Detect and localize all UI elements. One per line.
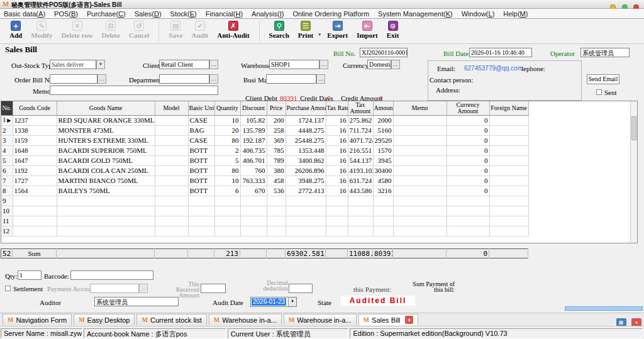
cell-empty[interactable] bbox=[240, 196, 267, 206]
cell-goods-code[interactable]: 1648 bbox=[13, 145, 57, 155]
cell-empty[interactable] bbox=[57, 206, 155, 216]
tab-warehouse-in-a-1[interactable]: M Warehouse in-a... bbox=[209, 314, 282, 325]
cell-empty[interactable] bbox=[57, 196, 155, 206]
cell-empty[interactable] bbox=[373, 216, 393, 226]
out-stock-type-select[interactable]: Sales deliver bbox=[50, 60, 96, 69]
save-button[interactable]: ▤ Save bbox=[169, 21, 182, 39]
menu-item[interactable]: Help(M) bbox=[503, 10, 528, 18]
cell-empty[interactable] bbox=[155, 216, 188, 226]
cell-empty[interactable] bbox=[348, 206, 373, 216]
tab-close-icon[interactable]: x bbox=[405, 316, 413, 324]
cell-purchase-amount[interactable]: 2772.413 bbox=[286, 186, 326, 196]
tab-warehouse-in-a-2[interactable]: M Warehouse in-a... bbox=[284, 314, 357, 325]
cell-model[interactable] bbox=[155, 145, 188, 155]
qty-field[interactable]: 1 bbox=[18, 270, 42, 280]
cell-price[interactable]: 258 bbox=[267, 125, 286, 135]
cell-quantity[interactable]: 80 bbox=[214, 165, 240, 175]
bill-date-field[interactable]: 2026-01-16 10:46:40 bbox=[469, 48, 532, 57]
cell-empty[interactable] bbox=[240, 206, 267, 216]
cell-discount[interactable]: 670 bbox=[240, 186, 267, 196]
cell-empty[interactable] bbox=[447, 226, 489, 236]
table-row[interactable]: 8 1564 BAILEYS 750ML BOTT 6 670 536 2772… bbox=[1, 186, 528, 196]
cell-purchase-amount[interactable]: 3948.275 bbox=[286, 175, 326, 186]
cell-currency-amount[interactable]: 0 bbox=[447, 155, 489, 165]
table-row-empty[interactable]: 10 bbox=[1, 206, 528, 216]
cell-discount[interactable]: 192.187 bbox=[240, 135, 267, 145]
cell-tax-rate[interactable]: 16 bbox=[326, 125, 348, 135]
column-header[interactable]: Basic Unit bbox=[188, 101, 214, 115]
cell-discount[interactable]: 763.333 bbox=[240, 175, 267, 186]
cell-basic-unit[interactable]: BOTT bbox=[188, 165, 214, 175]
decimal-deduction-field[interactable] bbox=[289, 284, 313, 293]
cell-tax-amount[interactable]: 4071.724 bbox=[348, 135, 373, 145]
audit-date-field[interactable]: 2026-01-23 ▼ bbox=[250, 297, 297, 307]
cell-empty[interactable] bbox=[267, 216, 286, 226]
search-button[interactable]: ⚲ Search bbox=[269, 21, 289, 39]
column-header[interactable]: Model bbox=[155, 101, 188, 115]
cell-empty[interactable] bbox=[188, 206, 214, 216]
cell-currency-amount[interactable]: 0 bbox=[447, 135, 489, 145]
warehouse-lookup-button[interactable]: … bbox=[319, 60, 328, 69]
cell-empty[interactable] bbox=[447, 216, 489, 226]
cell-empty[interactable] bbox=[447, 196, 489, 206]
cell-empty[interactable] bbox=[155, 226, 188, 236]
cell-currency-amount[interactable]: 0 bbox=[447, 115, 489, 125]
table-row[interactable]: 6 1192 BACARDI COLA CAN 250ML BOTT 80 76… bbox=[1, 165, 528, 175]
warehouse-field[interactable]: SHOP1 bbox=[269, 60, 319, 69]
cell-basic-unit[interactable]: CASE bbox=[188, 135, 214, 145]
cell-discount[interactable]: 406.701 bbox=[240, 155, 267, 165]
cell-tax-amount[interactable]: 275.862 bbox=[348, 115, 373, 125]
table-row-empty[interactable]: 9 bbox=[1, 196, 528, 206]
cell-tax-amount[interactable]: 216.551 bbox=[348, 145, 373, 155]
cell-quantity[interactable]: 6 bbox=[214, 186, 240, 196]
cell-quantity[interactable]: 10 bbox=[214, 175, 240, 186]
cell-empty[interactable] bbox=[326, 206, 348, 216]
column-header[interactable]: Goods Name bbox=[57, 101, 155, 115]
cell-empty[interactable] bbox=[326, 196, 348, 206]
cell-model[interactable] bbox=[155, 115, 188, 125]
table-row[interactable]: 7 1727 MARTINI BIANCO 750ML BOTT 10 763.… bbox=[1, 175, 528, 186]
cell-empty[interactable] bbox=[286, 216, 326, 226]
currency-field[interactable]: Domestic bbox=[367, 60, 391, 69]
bill-no-field[interactable]: XJ20260116-0001 bbox=[360, 48, 408, 57]
barcode-field[interactable] bbox=[70, 270, 153, 280]
cell-empty[interactable] bbox=[489, 216, 528, 226]
cell-empty[interactable] bbox=[447, 206, 489, 216]
cell-empty[interactable] bbox=[326, 216, 348, 226]
cell-goods-code[interactable]: 1237 bbox=[13, 115, 57, 125]
delete-row-button[interactable]: ✕ Delete row bbox=[61, 21, 92, 39]
column-header[interactable]: Purchase Amount bbox=[286, 101, 326, 115]
cell-quantity[interactable]: 5 bbox=[214, 155, 240, 165]
cell-model[interactable] bbox=[155, 135, 188, 145]
cell-empty[interactable] bbox=[155, 206, 188, 216]
cell-memo[interactable] bbox=[393, 186, 447, 196]
cell-amount[interactable]: 2000 bbox=[373, 115, 393, 125]
cell-empty[interactable] bbox=[214, 216, 240, 226]
cell-goods-name[interactable]: HUNTER'S EXTREME 330ML bbox=[57, 135, 155, 145]
cell-purchase-amount[interactable]: 4448.275 bbox=[286, 125, 326, 135]
cell-goods-name[interactable]: MARTINI BIANCO 750ML bbox=[57, 175, 155, 186]
cell-foreign-name[interactable] bbox=[489, 155, 528, 165]
horizontal-scrollbar-thumb[interactable] bbox=[565, 306, 643, 311]
cell-goods-name[interactable]: BACARDI COLA CAN 250ML bbox=[57, 165, 155, 175]
table-row[interactable]: 4 1648 BACARDI SUPERIOR 750ML BOTT 2 406… bbox=[1, 145, 528, 155]
table-vertical-scrollbar[interactable] bbox=[630, 101, 637, 243]
cell-currency-amount[interactable]: 0 bbox=[447, 175, 489, 186]
cell-empty[interactable] bbox=[286, 206, 326, 216]
cell-currency-amount[interactable]: 0 bbox=[447, 125, 489, 135]
cell-amount[interactable]: 3945 bbox=[373, 155, 393, 165]
settlement-checkbox[interactable] bbox=[5, 286, 11, 291]
cell-empty[interactable] bbox=[393, 196, 447, 206]
modify-button[interactable]: ✎ Modify bbox=[31, 21, 52, 39]
cell-tax-amount[interactable]: 4193.103 bbox=[348, 165, 373, 175]
cell-purchase-amount[interactable]: 1353.448 bbox=[286, 145, 326, 155]
cell-amount[interactable]: 30400 bbox=[373, 165, 393, 175]
cell-goods-name[interactable]: MONSTER 473ML bbox=[57, 125, 155, 135]
audit-button[interactable]: ✔ Audit bbox=[191, 21, 208, 39]
cell-empty[interactable] bbox=[373, 206, 393, 216]
cell-goods-code[interactable]: 1564 bbox=[13, 186, 57, 196]
cell-amount[interactable]: 3216 bbox=[373, 186, 393, 196]
cell-basic-unit[interactable]: BOTT bbox=[188, 155, 214, 165]
memo-field[interactable] bbox=[50, 86, 218, 95]
cell-tax-rate[interactable]: 16 bbox=[326, 135, 348, 145]
